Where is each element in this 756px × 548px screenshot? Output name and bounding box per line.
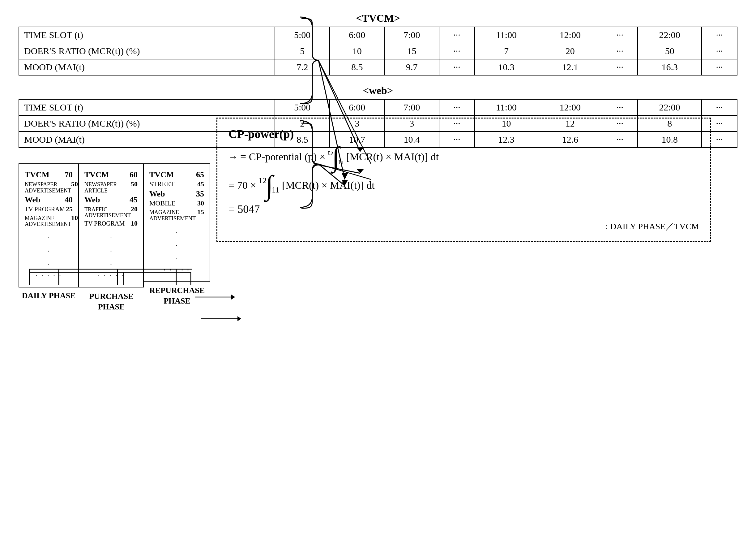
- repurchase-mobile-num: 30: [197, 199, 204, 207]
- cell: ···: [702, 99, 737, 115]
- cell: 6:00: [330, 27, 384, 43]
- formula-part2-end: [MCR(t) × MAI(t)] dt: [282, 179, 375, 191]
- table-row: TIME SLOT (t) 5:00 6:00 7:00 ··· 11:00 1…: [19, 27, 737, 43]
- daily-phase-container: TVCM 70 NEWSPAPERADVERTISEMENT 50 Web 40…: [19, 163, 79, 312]
- tvcm-title: <TVCM>: [19, 12, 737, 24]
- cell: ···: [439, 27, 475, 43]
- repurchase-mobile-label: MOBILE: [149, 199, 175, 207]
- cell: 12:00: [538, 99, 602, 115]
- repurchase-phase-box: TVCM 65 STREET 45 Web 35 MOBILE 30: [144, 163, 210, 282]
- daily-newspaper-label: NEWSPAPERADVERTISEMENT: [25, 182, 71, 194]
- repurchase-tvcm-label: TVCM: [149, 170, 174, 179]
- cell: ···: [602, 59, 638, 75]
- web-title: <web>: [19, 85, 737, 96]
- cell: 22:00: [638, 27, 702, 43]
- cell: 7: [475, 43, 538, 59]
- cp-power-title: CP-power(p): [229, 127, 699, 141]
- repurchase-ellipsis: · · · · ·: [149, 265, 204, 275]
- cell: 20: [538, 43, 602, 59]
- cell: 11:00: [475, 27, 538, 43]
- purchase-ellipsis: · · · · ·: [84, 271, 138, 281]
- table-row: DOER'S RATIO (MCR(t)) (%) 5 10 15 ··· 7 …: [19, 43, 737, 59]
- purchase-phase-label: PURCHASEPHASE: [89, 291, 133, 312]
- purchase-phase-box: TVCM 60 NEWSPAPERARTICLE 50 Web 45 TRAFF…: [79, 163, 144, 288]
- cell: ···: [439, 43, 475, 59]
- cell: ···: [602, 43, 638, 59]
- daily-tvprogram-num: 25: [66, 205, 73, 213]
- tvcm-table: TIME SLOT (t) 5:00 6:00 7:00 ··· 11:00 1…: [19, 27, 737, 75]
- cell: 7:00: [384, 27, 439, 43]
- purchase-web-label: Web: [84, 195, 100, 204]
- svg-marker-22: [237, 316, 241, 321]
- cell: 11:00: [475, 99, 538, 115]
- cell: 50: [638, 43, 702, 59]
- purchase-tvprogram-num: 10: [131, 219, 138, 227]
- integral-2: 12 ∫ 11: [258, 174, 280, 196]
- cell: 10: [330, 43, 384, 59]
- repurchase-magazine-num: 15: [197, 208, 204, 216]
- purchase-web-num: 45: [130, 195, 138, 204]
- cell: 7:00: [384, 99, 439, 115]
- daily-ellipsis: · · · · ·: [25, 271, 73, 281]
- cell: ···: [702, 59, 737, 75]
- cell: 5: [275, 43, 330, 59]
- purchase-phase-container: TVCM 60 NEWSPAPERARTICLE 50 Web 45 TRAFF…: [79, 163, 144, 312]
- cp-power-note: : DAILY PHASE／TVCM: [229, 220, 699, 232]
- cell: 22:00: [638, 99, 702, 115]
- tvcm-table-block: <TVCM> TIME SLOT (t) 5:00 6:00 7:00 ··· …: [19, 12, 737, 75]
- purchase-traffic-label: TRAFFICADVERTISEMENT: [84, 207, 131, 219]
- cp-power-section: CP-power(p) → = CP-potential (p) × t₂ ∫ …: [216, 118, 711, 242]
- daily-tvcm-label: TVCM: [25, 170, 49, 179]
- repurchase-phase-label: REPURCHASEPHASE: [149, 285, 205, 306]
- formula-result: = 5047: [229, 203, 260, 215]
- cell: 12.1: [538, 59, 602, 75]
- formula-part1: = CP-potential (p) ×: [240, 151, 325, 163]
- daily-phase-label: DAILY PHASE: [22, 291, 76, 301]
- cell: 7.2: [275, 59, 330, 75]
- daily-phase-box: TVCM 70 NEWSPAPERADVERTISEMENT 50 Web 40…: [19, 163, 79, 288]
- purchase-tvcm-label: TVCM: [84, 170, 109, 179]
- daily-web-label: Web: [25, 195, 41, 204]
- cell: ···: [439, 99, 475, 115]
- formula-line-3: = 5047: [229, 203, 699, 216]
- repurchase-phase-container: TVCM 65 STREET 45 Web 35 MOBILE 30: [144, 163, 210, 312]
- integral-1-bottom: t₁: [338, 157, 344, 166]
- formula-line-2: = 70 × 12 ∫ 11 [MCR(t) × MAI(t)] dt: [229, 174, 699, 196]
- integral-1: t₂ ∫ t₁: [328, 146, 344, 168]
- cell: ···: [602, 99, 638, 115]
- cell: ···: [702, 27, 737, 43]
- purchase-tvprogram-label: TV PROGRAM: [84, 220, 125, 227]
- formula-part1-end: [MCR(t) × MAI(t)] dt: [346, 151, 439, 163]
- table-row: MOOD (MAI(t) 7.2 8.5 9.7 ··· 10.3 12.1 ·…: [19, 59, 737, 75]
- cell: 10.3: [475, 59, 538, 75]
- repurchase-street-num: 45: [197, 180, 204, 188]
- cell: ···: [602, 27, 638, 43]
- repurchase-magazine-label: MAGAZINEADVERTISEMENT: [149, 209, 196, 222]
- purchase-dots: ···: [84, 231, 138, 271]
- daily-dots: ···: [25, 231, 73, 271]
- row-label: DOER'S RATIO (MCR(t)) (%): [19, 43, 275, 59]
- cell: 9.7: [384, 59, 439, 75]
- cell: 12:00: [538, 27, 602, 43]
- cell: 6:00: [330, 99, 384, 115]
- repurchase-tvcm-num: 65: [196, 170, 204, 179]
- cell: ···: [702, 43, 737, 59]
- repurchase-dots: ···: [149, 225, 204, 266]
- purchase-traffic-num: 20: [131, 205, 138, 213]
- cell: 16.3: [638, 59, 702, 75]
- repurchase-street-label: STREET: [149, 180, 174, 188]
- formula-line-1: → = CP-potential (p) × t₂ ∫ t₁ [MCR(t) ×…: [229, 146, 699, 168]
- repurchase-web-label: Web: [149, 189, 165, 199]
- row-label: TIME SLOT (t): [19, 27, 275, 43]
- integral-2-bottom: 11: [272, 185, 280, 195]
- table-row: TIME SLOT (t) 5:00 6:00 7:00 ··· 11:00 1…: [19, 99, 737, 115]
- cell: 5:00: [275, 99, 330, 115]
- small-arrow: →: [229, 152, 238, 162]
- cell: 15: [384, 43, 439, 59]
- repurchase-web-num: 35: [196, 189, 204, 199]
- purchase-tvcm-num: 60: [130, 170, 138, 179]
- purchase-newspaper-label: NEWSPAPERARTICLE: [84, 182, 117, 194]
- daily-tvcm-num: 70: [65, 170, 73, 179]
- daily-newspaper-num: 50: [71, 180, 78, 188]
- cell: ···: [439, 59, 475, 75]
